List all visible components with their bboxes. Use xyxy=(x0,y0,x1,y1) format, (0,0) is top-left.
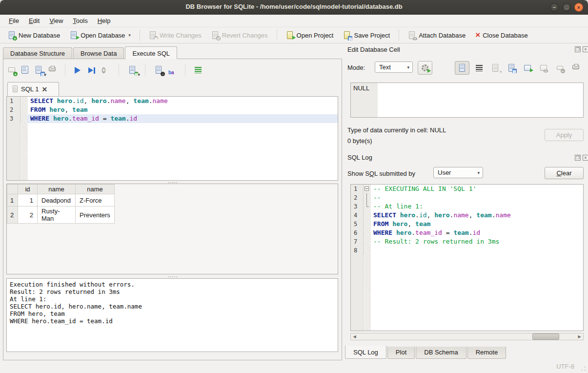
window-title: DB Browser for SQLite - /home/user/code/… xyxy=(0,3,588,10)
save-project-button[interactable]: ▤ Save Project xyxy=(339,29,394,41)
set-null-icon: − xyxy=(553,62,566,74)
print-icon[interactable] xyxy=(48,66,58,75)
resize-grip-icon[interactable] xyxy=(581,366,586,371)
word-wrap-icon[interactable] xyxy=(473,62,486,74)
float-panel-icon[interactable]: ❐ xyxy=(575,155,581,161)
link-icon[interactable] xyxy=(537,62,550,74)
sql-tab-close-icon[interactable]: ✕ xyxy=(41,85,47,93)
scroll-right-icon[interactable]: ▶ xyxy=(576,333,583,340)
sql-editor[interactable]: 1SELECT hero.id, hero.name, team.name2FR… xyxy=(6,96,338,181)
code-line: 3WHERE hero.team_id = team.id xyxy=(7,114,338,123)
menu-edit[interactable]: Edit xyxy=(24,16,44,26)
open-database-dropdown-caret[interactable]: ▾ xyxy=(128,33,131,38)
status-bar: UTF-8 xyxy=(0,360,588,373)
new-database-button[interactable]: + New Database xyxy=(4,29,64,41)
title-bar[interactable]: DB Browser for SQLite - /home/user/code/… xyxy=(0,0,588,15)
open-sql-file-icon[interactable] xyxy=(21,66,30,75)
menu-view[interactable]: View xyxy=(44,16,68,26)
format-sql-icon[interactable] xyxy=(195,66,204,75)
main-tab-bar: Database Structure Browse Data Execute S… xyxy=(3,47,178,59)
float-panel-icon[interactable]: ❐ xyxy=(575,46,581,52)
log-filter-label: Show SQL submitted by xyxy=(347,170,415,177)
code-line: 1SELECT hero.id, hero.name, team.name xyxy=(7,97,338,105)
sql-editor-toolbar: + ▤▾ × ▤▾ ∙ ba xyxy=(7,65,204,76)
text-mode-icon[interactable] xyxy=(455,61,469,75)
close-button[interactable]: × xyxy=(574,3,583,12)
results-table[interactable]: idnamename11DeadpondZ-Force22Rusty-ManPr… xyxy=(7,184,115,224)
code-line: 2FROM hero, team xyxy=(7,105,338,114)
menu-tools[interactable]: Tools xyxy=(68,16,92,26)
table-cell[interactable]: Z-Force xyxy=(76,194,115,207)
close-panel-icon[interactable]: × xyxy=(583,46,588,52)
toolbar-separator xyxy=(185,65,187,76)
row-number-cell[interactable]: 1 xyxy=(7,194,18,207)
table-cell[interactable]: 2 xyxy=(18,207,38,224)
print-cell-icon[interactable] xyxy=(569,62,582,74)
scroll-left-icon[interactable]: ◀ xyxy=(351,333,358,340)
dock-tab-remote[interactable]: Remote xyxy=(467,347,507,359)
log-horizontal-scrollbar[interactable]: ◀ ▶ xyxy=(350,333,584,340)
save-sql-file-icon[interactable]: ▤▾ xyxy=(35,66,44,75)
log-filter-select[interactable]: User▾ xyxy=(433,167,483,178)
find-icon[interactable]: ∙ xyxy=(155,66,164,75)
minimize-button[interactable]: − xyxy=(550,3,559,12)
tab-database-structure[interactable]: Database Structure xyxy=(3,47,72,59)
row-number-cell[interactable]: 2 xyxy=(7,207,18,224)
close-panel-icon[interactable]: × xyxy=(583,155,588,161)
apply-button: Apply xyxy=(545,129,584,141)
table-row[interactable]: 22Rusty-ManPreventers xyxy=(7,207,115,224)
edit-cell-panel-title: Edit Database Cell xyxy=(347,46,400,53)
maximize-button[interactable]: □ xyxy=(562,3,571,12)
edit-cell-panel-controls: ❐ × xyxy=(575,46,588,52)
fold-collapse-icon[interactable] xyxy=(365,186,369,191)
auto-complete-icon[interactable]: ba xyxy=(168,66,178,75)
cell-value: NULL xyxy=(353,84,369,92)
execute-all-icon[interactable] xyxy=(75,66,84,75)
scrollbar-thumb[interactable] xyxy=(532,333,559,340)
table-cell[interactable]: 1 xyxy=(18,194,38,207)
table-cell[interactable]: Rusty-Man xyxy=(38,207,76,224)
execution-message-box[interactable]: Execution finished without errors. Resul… xyxy=(6,278,338,352)
apply-format-button[interactable] xyxy=(418,61,432,75)
menu-help[interactable]: Help xyxy=(93,16,116,26)
attach-database-button[interactable]: Attach Database xyxy=(404,29,469,41)
open-in-external-icon[interactable] xyxy=(521,62,534,74)
dock-tab-sql-log[interactable]: SQL Log xyxy=(345,346,386,359)
mode-select[interactable]: Text▾ xyxy=(375,62,413,73)
column-header-name[interactable]: name xyxy=(76,185,115,194)
tab-execute-sql[interactable]: Execute SQL xyxy=(125,46,177,59)
app-window: DB Browser for SQLite - /home/user/code/… xyxy=(0,0,588,373)
open-database-button[interactable]: Open Database ▾ xyxy=(66,29,135,41)
sql-document-tab[interactable]: SQL 1 ✕ xyxy=(7,82,59,96)
splitter-handle[interactable] xyxy=(3,275,342,278)
table-row[interactable]: 11DeadpondZ-Force xyxy=(7,194,115,207)
save-results-icon[interactable]: ▤▾ xyxy=(128,66,138,75)
column-header-id[interactable]: id xyxy=(18,185,38,194)
column-header-name[interactable]: name xyxy=(38,185,76,194)
table-cell[interactable]: Deadpond xyxy=(38,194,76,207)
export-data-icon[interactable]: ▤ xyxy=(505,62,518,74)
close-database-button[interactable]: × Close Database xyxy=(471,29,531,41)
sql-log-view[interactable]: 1-- EXECUTING ALL IN 'SQL 1'2--3-- At li… xyxy=(350,184,584,331)
clear-log-button[interactable]: Clear xyxy=(545,167,584,179)
open-project-button[interactable]: Open Project xyxy=(282,29,338,41)
revert-changes-icon: ↺ xyxy=(211,31,220,40)
import-data-icon: ▾ xyxy=(489,62,502,74)
save-project-icon: ▤ xyxy=(343,31,351,40)
dock-tab-plot[interactable]: Plot xyxy=(387,347,415,359)
new-sql-tab-icon[interactable]: + xyxy=(7,66,17,75)
write-changes-button: ▤ Write Changes xyxy=(145,29,205,41)
code-line: 6WHERE hero.team_id = team.id xyxy=(351,228,583,237)
cell-value-editor[interactable]: NULL xyxy=(350,83,584,118)
dock-tab-db-schema[interactable]: DB Schema xyxy=(416,347,466,359)
code-line: 1-- EXECUTING ALL IN 'SQL 1' xyxy=(351,185,583,193)
execute-current-line-icon[interactable] xyxy=(88,66,98,75)
open-project-icon xyxy=(286,31,294,40)
sql-log-panel-title: SQL Log xyxy=(347,154,372,161)
results-grid-area: idnamename11DeadpondZ-Force22Rusty-ManPr… xyxy=(6,184,338,274)
code-line: 2-- xyxy=(351,193,583,202)
menu-file[interactable]: File xyxy=(4,16,24,26)
encoding-indicator[interactable]: UTF-8 xyxy=(556,363,574,370)
tab-browse-data[interactable]: Browse Data xyxy=(73,47,124,59)
table-cell[interactable]: Preventers xyxy=(76,207,115,224)
